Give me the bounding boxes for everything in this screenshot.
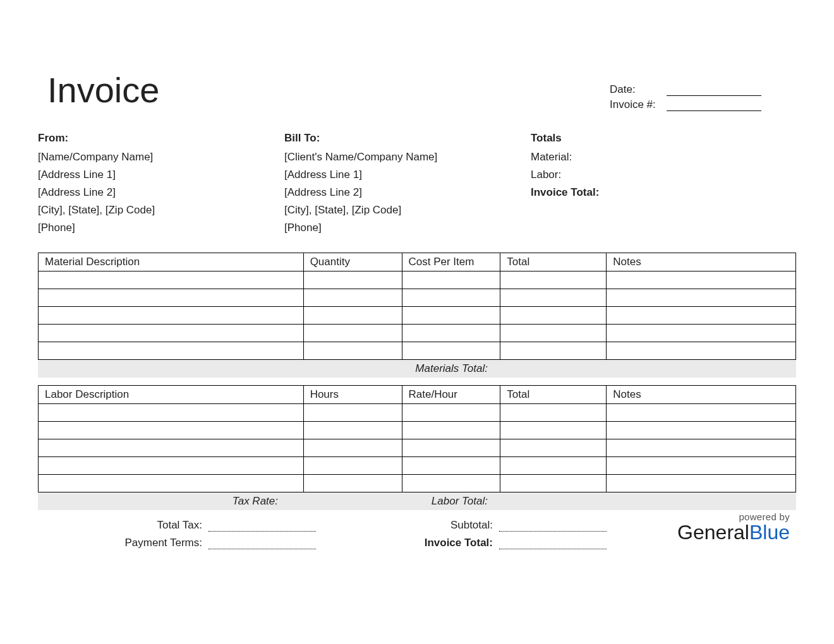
materials-header-row: Material Description Quantity Cost Per I…: [39, 253, 796, 271]
table-row[interactable]: [39, 422, 796, 439]
labor-header-desc: Labor Description: [39, 386, 304, 404]
labor-header-rate: Rate/Hour: [402, 386, 500, 404]
billto-addr2: [Address Line 2]: [284, 184, 531, 201]
invoice-total-label: Invoice Total:: [398, 537, 499, 549]
billto-addr1: [Address Line 1]: [284, 166, 531, 184]
from-name: [Name/Company Name]: [38, 148, 284, 166]
from-addr2: [Address Line 2]: [38, 184, 284, 201]
from-city: [City], [State], [Zip Code]: [38, 201, 284, 219]
payment-terms-label: Payment Terms:: [107, 537, 208, 549]
labor-header-total: Total: [500, 386, 607, 404]
payment-terms-line[interactable]: [208, 538, 316, 549]
tax-rate-label: Tax Rate:: [38, 495, 303, 508]
summary-left: Total Tax: Payment Terms:: [38, 519, 316, 554]
table-row[interactable]: [39, 404, 796, 422]
totals-labor: Labor:: [531, 166, 599, 184]
table-row[interactable]: [39, 325, 796, 342]
date-label: Date:: [610, 83, 667, 96]
logo-part-2: Blue: [749, 521, 790, 544]
table-row[interactable]: [39, 475, 796, 492]
table-row[interactable]: [39, 457, 796, 475]
table-row[interactable]: [39, 289, 796, 307]
billto-name: [Client's Name/Company Name]: [284, 148, 531, 166]
subtotal-row: Subtotal:: [329, 519, 607, 532]
from-phone: [Phone]: [38, 219, 284, 237]
materials-table: Material Description Quantity Cost Per I…: [38, 253, 796, 360]
date-input-line[interactable]: [667, 85, 761, 96]
date-row: Date:: [610, 83, 761, 96]
totals-block: Totals Material: Labor: Invoice Total:: [531, 129, 599, 237]
total-tax-line[interactable]: [208, 520, 316, 532]
labor-total-label: Labor Total:: [303, 495, 500, 508]
total-tax-label: Total Tax:: [107, 519, 208, 532]
billto-heading: Bill To:: [284, 129, 531, 147]
labor-header-row: Labor Description Hours Rate/Hour Total …: [39, 386, 796, 404]
table-row[interactable]: [39, 342, 796, 360]
meta-block: Date: Invoice #:: [610, 83, 761, 114]
invoice-num-input-line[interactable]: [667, 100, 761, 111]
invoice-num-row: Invoice #:: [610, 98, 761, 111]
table-row[interactable]: [39, 439, 796, 457]
materials-total-bar: Materials Total:: [38, 360, 796, 378]
payment-terms-row: Payment Terms:: [38, 537, 316, 549]
invoice-total-line[interactable]: [499, 538, 607, 549]
info-row: From: [Name/Company Name] [Address Line …: [38, 129, 796, 237]
materials-header-total: Total: [500, 253, 607, 271]
total-tax-row: Total Tax:: [38, 519, 316, 532]
billto-city: [City], [State], [Zip Code]: [284, 201, 531, 219]
billto-block: Bill To: [Client's Name/Company Name] [A…: [284, 129, 531, 237]
generalblue-logo: GeneralBlue: [677, 522, 790, 542]
labor-header-hours: Hours: [303, 386, 402, 404]
totals-invoice-total: Invoice Total:: [531, 184, 599, 201]
from-block: From: [Name/Company Name] [Address Line …: [38, 129, 284, 237]
invoice-total-row: Invoice Total:: [329, 537, 607, 549]
materials-header-cost: Cost Per Item: [402, 253, 500, 271]
table-row[interactable]: [39, 271, 796, 289]
billto-phone: [Phone]: [284, 219, 531, 237]
totals-heading: Totals: [531, 129, 599, 147]
from-heading: From:: [38, 129, 284, 147]
labor-total-bar: Tax Rate: Labor Total:: [38, 492, 796, 510]
subtotal-label: Subtotal:: [398, 519, 499, 532]
summary-right: Subtotal: Invoice Total:: [329, 519, 607, 554]
footer: powered by GeneralBlue: [677, 511, 790, 542]
materials-total-label: Materials Total:: [38, 362, 500, 375]
subtotal-line[interactable]: [499, 520, 607, 532]
materials-header-notes: Notes: [607, 253, 796, 271]
header-row: Invoice Date: Invoice #:: [38, 69, 796, 114]
materials-header-desc: Material Description: [39, 253, 304, 271]
page-title: Invoice: [47, 69, 159, 110]
materials-header-qty: Quantity: [303, 253, 402, 271]
logo-part-1: General: [677, 521, 749, 544]
labor-table: Labor Description Hours Rate/Hour Total …: [38, 385, 796, 492]
labor-header-notes: Notes: [607, 386, 796, 404]
from-addr1: [Address Line 1]: [38, 166, 284, 184]
totals-material: Material:: [531, 148, 599, 166]
invoice-num-label: Invoice #:: [610, 98, 667, 111]
table-row[interactable]: [39, 307, 796, 325]
